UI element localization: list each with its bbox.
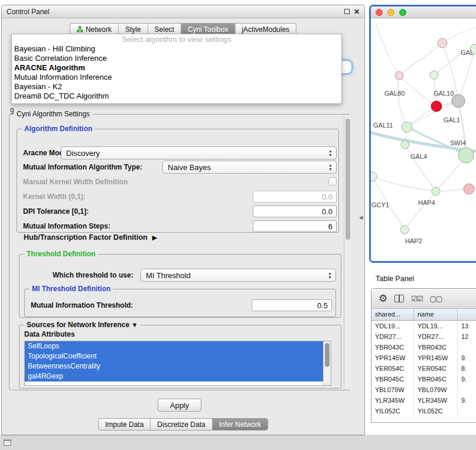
network-node[interactable] bbox=[430, 71, 438, 79]
float-window-icon[interactable] bbox=[344, 9, 350, 14]
network-node[interactable] bbox=[464, 184, 474, 194]
network-edge bbox=[442, 25, 476, 43]
mi-type-combo[interactable]: Naive Bayes ▲▼ bbox=[162, 161, 337, 174]
attribute-item[interactable]: TopologicalCoefficient bbox=[25, 351, 331, 361]
bottom-tab-infer-network[interactable]: Infer Network bbox=[213, 419, 268, 430]
dpi-tolerance-value: 0.0 bbox=[322, 207, 332, 216]
bottom-strip bbox=[0, 435, 476, 450]
attribute-item[interactable]: SelfLoops bbox=[25, 341, 331, 351]
table-cell: YBR045C bbox=[371, 374, 414, 384]
manual-kernel-checkbox[interactable] bbox=[328, 177, 337, 185]
table-row[interactable]: YLR345WYLR345W9. bbox=[371, 395, 476, 406]
manual-kernel-label: Manual Kernel Width Definition bbox=[23, 178, 128, 186]
algorithm-option[interactable]: Bayesian - K2 bbox=[12, 82, 341, 92]
network-window-titlebar[interactable] bbox=[371, 6, 476, 18]
dpi-tolerance-label: DPI Tolerance [0,1]: bbox=[23, 207, 89, 216]
algorithm-option[interactable]: Dream8 DC_TDC Algorithm bbox=[12, 92, 341, 101]
table-cell: 9. bbox=[458, 353, 476, 363]
table-row[interactable]: YDL19...YDL19...13 bbox=[371, 321, 476, 331]
mi-steps-label: Mutual Information Steps: bbox=[23, 222, 110, 230]
close-traffic-light[interactable] bbox=[376, 9, 383, 16]
column-header[interactable]: shared... bbox=[371, 309, 414, 320]
close-icon[interactable]: ✕ bbox=[354, 9, 360, 15]
network-node[interactable] bbox=[432, 187, 440, 195]
network-node-label: GAL bbox=[461, 49, 474, 56]
data-attributes-list[interactable]: SelfLoopsTopologicalCoefficientBetweenne… bbox=[24, 341, 331, 386]
table-cell: 12 bbox=[458, 331, 476, 342]
table-cell: YBR045C bbox=[414, 374, 458, 384]
table-row[interactable]: YBR045CYBR045C9. bbox=[371, 374, 476, 384]
minimize-traffic-light[interactable] bbox=[387, 9, 395, 16]
network-node[interactable] bbox=[458, 148, 474, 163]
columns-icon[interactable] bbox=[395, 295, 404, 302]
select-all-checkbox-icon[interactable]: ☑☑ bbox=[411, 295, 423, 303]
algorithm-option[interactable]: Basic Correlation Inference bbox=[12, 54, 341, 63]
table-row[interactable]: YIL052CYIL052C bbox=[371, 406, 476, 416]
window-buttons: ✕ bbox=[344, 9, 360, 15]
aracne-mode-combo[interactable]: Discovery ▲▼ bbox=[61, 146, 337, 159]
network-node[interactable] bbox=[452, 94, 465, 107]
which-threshold-value: MI Threshold bbox=[146, 271, 191, 280]
sources-group-title[interactable]: Sources for Network Inference ▼ bbox=[24, 321, 140, 329]
data-attributes-label: Data Attributes bbox=[24, 330, 75, 338]
table-cell: YDL19... bbox=[371, 321, 414, 331]
sources-group: Sources for Network Inference ▼ Data Att… bbox=[19, 325, 341, 389]
table-row[interactable]: YPR145WYPR145W9. bbox=[371, 353, 476, 363]
algorithm-definition-title: Algorithm Definition bbox=[22, 125, 94, 133]
table-cell: YER054C bbox=[414, 363, 458, 374]
attributes-scroll-thumb[interactable] bbox=[325, 343, 330, 367]
hub-definition-label: Hub/Transcription Factor Definition bbox=[24, 233, 148, 242]
table-row[interactable]: YDR27...YDR27...12 bbox=[371, 331, 476, 342]
attribute-item[interactable]: BetweennessCentrality bbox=[25, 361, 331, 371]
network-edge bbox=[400, 43, 442, 74]
table-row[interactable]: YBR043CYBR043C bbox=[371, 342, 476, 353]
network-node[interactable] bbox=[402, 122, 412, 132]
algorithm-option[interactable]: ARACNE Algorithm bbox=[12, 63, 341, 73]
algorithm-option[interactable]: Bayesian - Hill Climbing bbox=[12, 44, 341, 54]
kernel-width-field[interactable]: 0.0 bbox=[253, 191, 337, 203]
bottom-tab-discretize-data[interactable]: Discretize Data bbox=[151, 419, 212, 430]
hub-definition-toggle[interactable]: Hub/Transcription Factor Definition ▶ bbox=[24, 233, 157, 242]
combo-arrows-icon: ▲▼ bbox=[328, 149, 332, 157]
control-panel-titlebar[interactable]: Control Panel ✕ bbox=[2, 5, 364, 18]
zoom-traffic-light[interactable] bbox=[399, 9, 406, 16]
column-header[interactable] bbox=[458, 309, 476, 320]
attr-items: SelfLoopsTopologicalCoefficientBetweenne… bbox=[25, 341, 331, 381]
which-threshold-combo[interactable]: MI Threshold ▲▼ bbox=[141, 269, 336, 282]
splitpane-collapse-icon[interactable]: ◀ bbox=[359, 215, 363, 220]
mi-steps-field[interactable]: 6 bbox=[253, 220, 337, 232]
network-node[interactable] bbox=[395, 71, 403, 80]
table-row[interactable]: YER054CYER054C8. bbox=[371, 363, 476, 374]
settings-scrollbar[interactable] bbox=[344, 115, 351, 389]
attribute-item[interactable]: gal4RGexp bbox=[25, 371, 331, 381]
network-edge bbox=[460, 49, 475, 96]
bottom-tab-impute-data[interactable]: Impute Data bbox=[99, 419, 151, 430]
apply-button[interactable]: Apply bbox=[158, 399, 201, 412]
network-node[interactable] bbox=[371, 172, 377, 181]
network-node[interactable] bbox=[401, 141, 409, 149]
attributes-scrollbar[interactable] bbox=[323, 341, 331, 385]
network-node[interactable] bbox=[400, 226, 409, 234]
table-cell: YER054C bbox=[371, 363, 414, 374]
network-canvas[interactable]: GAL80GAL10GAL11GAL1SWI4GAL4GCY1HAP4HAP2G… bbox=[371, 18, 476, 262]
column-header[interactable]: name bbox=[414, 309, 458, 320]
algorithm-option[interactable]: Mutual Information Inference bbox=[12, 73, 341, 82]
popup-placeholder[interactable]: Select algorithm to view settings bbox=[12, 35, 341, 44]
network-node-label: HAP4 bbox=[418, 199, 435, 206]
table-cell: YBR043C bbox=[414, 342, 458, 353]
dpi-tolerance-field[interactable]: 0.0 bbox=[253, 206, 337, 217]
gear-icon[interactable]: ⚙ bbox=[379, 294, 387, 304]
table-cell: YBR043C bbox=[371, 342, 414, 353]
deselect-all-checkbox-icon[interactable]: ▢▢ bbox=[430, 295, 442, 303]
settings-scroll-thumb[interactable] bbox=[345, 119, 350, 240]
network-node[interactable] bbox=[431, 101, 442, 112]
table-row[interactable]: YBL079WYBL079W bbox=[371, 384, 476, 395]
mi-threshold-field[interactable]: 0.5 bbox=[252, 299, 332, 311]
window-title: Control Panel bbox=[6, 8, 50, 16]
network-node[interactable] bbox=[438, 38, 447, 48]
network-node-label: GAL11 bbox=[373, 122, 393, 129]
combo-arrows-icon: ▲▼ bbox=[328, 163, 332, 171]
minimized-window-icon[interactable] bbox=[4, 439, 11, 446]
mi-type-label: Mutual Information Algorithm Type: bbox=[23, 163, 142, 171]
network-edge bbox=[434, 52, 462, 75]
